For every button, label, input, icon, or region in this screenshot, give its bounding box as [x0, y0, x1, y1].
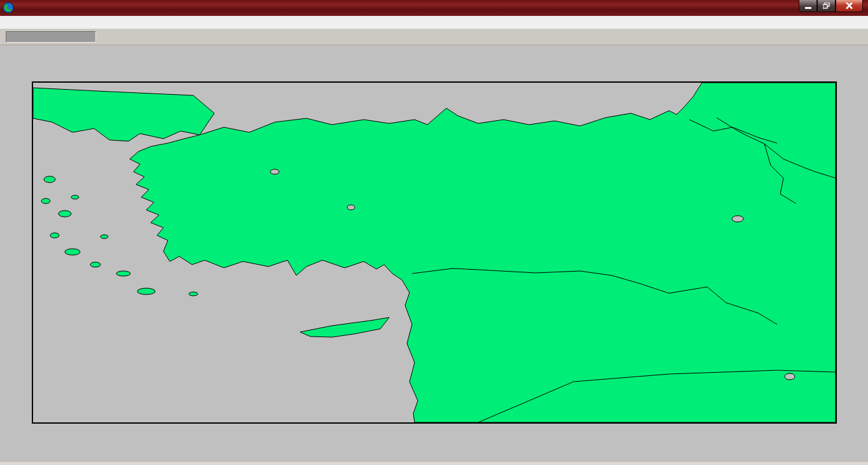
solar-maps-window: [0, 0, 868, 465]
app-globe-icon: [3, 2, 14, 13]
close-button[interactable]: [836, 0, 863, 12]
window-resize-edge: [0, 462, 868, 465]
map-canvas[interactable]: [32, 81, 837, 424]
menu-bar: [0, 16, 868, 29]
coordinate-readout: [6, 31, 96, 43]
restore-button[interactable]: [817, 0, 836, 12]
minimize-button[interactable]: [799, 0, 817, 12]
toolbar: [0, 29, 868, 45]
title-bar[interactable]: [0, 0, 868, 17]
